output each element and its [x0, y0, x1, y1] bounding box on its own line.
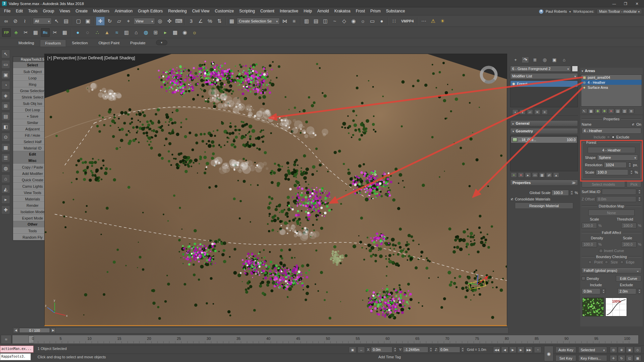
spinner[interactable]	[393, 347, 397, 352]
visibility-bulb-icon[interactable]	[512, 82, 515, 85]
density-preview-thumbnail[interactable]	[582, 298, 604, 316]
drop-tool-icon[interactable]: ●	[73, 28, 82, 37]
use-pivot-point-center[interactable]: ◎	[156, 17, 164, 25]
menu-item-views[interactable]: Views	[57, 7, 73, 15]
previous-frame-slider-button[interactable]: ◀	[13, 328, 18, 333]
fg-exclude-field[interactable]: 2.0m	[618, 288, 636, 294]
modifier-stack-item-forest[interactable]: Forest	[511, 81, 578, 87]
menu-item-krakatoa[interactable]: Krakatoa	[332, 7, 353, 15]
spinner[interactable]	[570, 190, 574, 195]
geometry-swap-button[interactable]: ⇄	[546, 172, 552, 178]
resolution-field[interactable]: 1024	[604, 162, 627, 168]
forestpack-library-icon[interactable]: ♣	[12, 28, 20, 37]
ribbon-tab-modeling[interactable]: Modeling	[13, 40, 39, 47]
add-geometry-button[interactable]: +	[511, 172, 517, 178]
delete-area-button[interactable]: ✕	[608, 108, 614, 114]
ruler-frame-40[interactable]: 40	[266, 337, 270, 341]
make-unique-button[interactable]: ▱	[527, 109, 533, 115]
render-production[interactable]: ●	[377, 17, 386, 25]
workspace-dropdown[interactable]: Main Toolbar - modular	[597, 9, 642, 14]
area-settings-button[interactable]: ≣	[628, 108, 634, 114]
auto-key-button[interactable]: Auto Key	[555, 347, 576, 353]
select-area-button[interactable]: ↖	[581, 108, 587, 114]
dm-scale-field[interactable]: 100.0	[582, 223, 597, 229]
time-slider-thumb[interactable]: 0 / 100	[19, 328, 50, 333]
zoom-all-button[interactable]: ⊕	[618, 347, 625, 353]
menu-item-substance[interactable]: Substance	[383, 7, 408, 15]
strip-rows-icon[interactable]: ▤	[1, 112, 10, 121]
reference-coordinate-dropdown[interactable]: View	[133, 18, 155, 24]
mirror[interactable]: ⋈	[280, 17, 289, 25]
named-selection-sets-dropdown[interactable]: Create Selection Se	[237, 18, 280, 24]
object-color-swatch[interactable]	[572, 66, 578, 72]
boundary-point-radio[interactable]	[588, 260, 592, 264]
x-coordinate-field[interactable]: 0.0m	[371, 347, 392, 353]
spinner[interactable]	[638, 189, 641, 194]
strip-table-icon[interactable]: ▦	[1, 143, 10, 152]
maximize-button[interactable]: ❐	[621, 0, 631, 7]
spinner-snap-toggle[interactable]: ⇅	[215, 17, 224, 25]
curve-editor[interactable]: ~	[330, 17, 339, 25]
edit-curve-button[interactable]: Edit Curve	[616, 275, 641, 282]
material-editor[interactable]: ◉	[349, 17, 358, 25]
bind-to-space-warp[interactable]: ≀	[20, 17, 29, 25]
strip-sphere-icon[interactable]: ◍	[1, 164, 10, 173]
minimize-button[interactable]: —	[609, 0, 619, 7]
menu-item-scripting[interactable]: Scripting	[236, 7, 258, 15]
rectangular-selection-region[interactable]: ▢	[74, 17, 83, 25]
include-radio[interactable]	[607, 135, 610, 139]
falloff-density-checkbox[interactable]	[582, 277, 585, 280]
ruler-frame-25[interactable]: 25	[177, 337, 181, 341]
z-offset-field[interactable]: 0.0m	[596, 196, 636, 202]
next-frame-slider-button[interactable]: ▶	[51, 328, 56, 333]
zoom-view-button[interactable]: ◎	[610, 347, 617, 353]
distribution-none-button[interactable]: None	[588, 209, 635, 216]
consolidate-materials-checkbox[interactable]	[510, 197, 514, 201]
effects-toggle[interactable]: ☀	[438, 17, 447, 25]
strip-plus-icon[interactable]: ✚	[1, 205, 10, 214]
set-key-mode-button[interactable]: ◉	[544, 346, 553, 361]
invert-curve-checkbox[interactable]	[599, 249, 603, 253]
ribbon-tab-object-paint[interactable]: Object Paint	[94, 40, 125, 47]
play-animation-button[interactable]: ▶	[509, 347, 517, 353]
time-configuration-button[interactable]: ◔	[534, 347, 541, 353]
area-row-paint-area004[interactable]: ▦paint_area004	[581, 75, 642, 80]
absolute-offset-toggle[interactable]: ↔	[358, 347, 365, 353]
menu-item-modifiers[interactable]: Modifiers	[90, 7, 112, 15]
ruler-frame-85[interactable]: 85	[535, 337, 539, 341]
strip-menu-icon[interactable]: ☰	[1, 154, 10, 162]
viewport-label[interactable]: [+] [Perspective] [User Defined] [Defaul…	[47, 56, 135, 60]
array-tool[interactable]: ∷	[390, 17, 398, 25]
align[interactable]: ≡	[290, 17, 299, 25]
pan-view-button[interactable]: ✛	[610, 355, 617, 361]
geometry-list[interactable]: ...18_009... 100.0	[510, 136, 578, 171]
show-end-result-button[interactable]: ‖	[520, 109, 526, 115]
ruler-frame-90[interactable]: 90	[565, 337, 569, 341]
strip-play-icon[interactable]: ▸	[1, 195, 10, 204]
edit-named-selection-sets[interactable]: ▦	[227, 17, 236, 25]
forestpack-icon[interactable]: FP	[2, 28, 11, 37]
key-filters-button[interactable]: Key Filters...	[578, 355, 607, 361]
ribbon-tab-freeform[interactable]: Freeform	[40, 40, 66, 47]
strip-grid-icon[interactable]: ⊞	[1, 102, 10, 110]
dm-threshold-field[interactable]: 100.0	[621, 223, 637, 229]
angle-snap-toggle[interactable]: ∠	[196, 17, 205, 25]
area-shape-button[interactable]: ❖	[601, 108, 607, 114]
spinner[interactable]	[638, 196, 641, 202]
maxscript-mini-listener-macro[interactable]: actionMan.ex...	[0, 346, 34, 353]
key-filter-selected-dropdown[interactable]: Selected	[578, 347, 607, 353]
signed-in-user[interactable]: Paul Roberts	[546, 9, 567, 13]
surf-mat-id-field[interactable]	[602, 189, 636, 195]
ruler-frame-5[interactable]: 5	[60, 337, 62, 341]
mini-curve-editor-button[interactable]: ≈	[1, 335, 11, 344]
railclone-stats-icon[interactable]: ▦	[60, 28, 69, 37]
maximize-viewport-button[interactable]: ◱	[626, 355, 633, 361]
menu-item-civil-view[interactable]: Civil View	[190, 7, 212, 15]
ruler-frame-80[interactable]: 80	[505, 337, 509, 341]
menu-item-create[interactable]: Create	[73, 7, 90, 15]
go-to-end-button[interactable]: ▶▶	[525, 347, 533, 353]
ribbon-overflow-dropdown[interactable]: ▾	[156, 40, 167, 45]
area-row-surface-area[interactable]: ◈Surface Area	[581, 85, 642, 90]
schematic-view[interactable]: ◇	[340, 17, 348, 25]
terrain-tool-icon[interactable]: ▲	[103, 28, 111, 37]
